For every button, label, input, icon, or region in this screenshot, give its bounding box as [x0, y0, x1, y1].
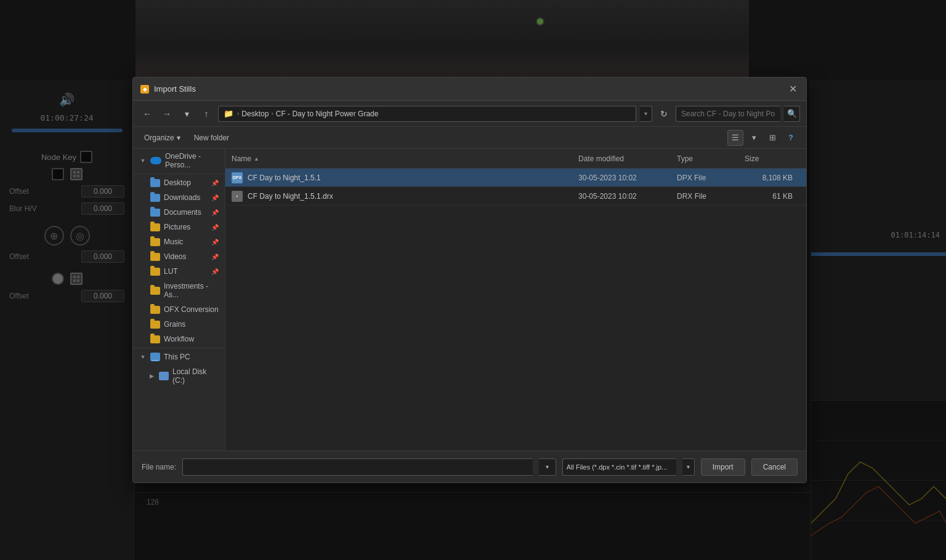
workflow-label: Workflow: [164, 335, 194, 343]
local-disk-label: Local Disk (C:): [172, 367, 219, 385]
dialog-title-icon: ◆: [140, 85, 149, 94]
help-button[interactable]: ?: [783, 130, 799, 146]
header-name[interactable]: Name ▲: [232, 154, 578, 163]
videos-pin-icon: 📌: [211, 254, 219, 260]
nav-forward-button[interactable]: →: [159, 106, 175, 122]
header-size-text: Size: [745, 154, 759, 163]
nav-dropdown-icon: ▾: [185, 109, 189, 119]
sidebar-item-grains[interactable]: Grains: [133, 317, 225, 332]
new-folder-button[interactable]: New folder: [190, 132, 233, 144]
desktop-pin-icon: 📌: [211, 180, 219, 186]
filetype-text: All Files (*.dpx *.cin *.tif *.tiff *.jp…: [567, 463, 668, 471]
header-type[interactable]: Type: [677, 154, 745, 163]
nav-up-icon: ↑: [204, 109, 209, 119]
import-button[interactable]: Import: [701, 458, 745, 476]
search-button[interactable]: 🔍: [784, 106, 800, 122]
sidebar-item-onedrive[interactable]: ▼ OneDrive - Perso...: [133, 149, 225, 172]
sidebar-item-lut[interactable]: LUT 📌: [133, 264, 225, 279]
address-segment-desktop: Desktop: [241, 110, 269, 118]
downloads-label: Downloads: [164, 193, 200, 202]
new-folder-label: New folder: [194, 134, 229, 142]
large-icons-button[interactable]: ⊞: [764, 130, 780, 146]
sidebar-item-local-disk[interactable]: ▶ Local Disk (C:): [133, 364, 225, 388]
file-row-drx[interactable]: ▪ CF Day to Night_1.5.1.drx 30-05-2023 1…: [225, 187, 806, 206]
address-folder-icon: 📁: [224, 109, 233, 118]
investments-folder-icon: [150, 287, 160, 295]
this-pc-expand-icon: ▼: [139, 353, 147, 361]
dialog-filelist: Name ▲ Date modified Type Size: [225, 149, 806, 450]
desktop-folder-icon: [150, 179, 160, 187]
list-view-button[interactable]: ☰: [727, 130, 743, 146]
sidebar-item-ofx[interactable]: OFX Conversion: [133, 302, 225, 317]
file-name-cell-dpx: DPX CF Day to Night_1.5.1: [232, 172, 578, 183]
grains-folder-icon: [150, 321, 160, 329]
pictures-expand-space: [139, 223, 147, 231]
downloads-pin-icon: 📌: [211, 194, 219, 201]
dialog-title-text: Import Stills: [154, 84, 786, 94]
dialog-sidebar: ▼ OneDrive - Perso... Desktop 📌 Down: [133, 149, 225, 450]
address-bar[interactable]: 📁 › Desktop › CF - Day to Night Power Gr…: [218, 106, 636, 122]
file-size-drx: 61 KB: [745, 192, 800, 201]
search-input[interactable]: [676, 106, 780, 122]
dialog-icon-symbol: ◆: [143, 86, 147, 92]
dialog-toolbar: ← → ▾ ↑ 📁 › Desktop › CF - Day to Night …: [133, 101, 806, 127]
filetype-dropdown-button[interactable]: ▾: [682, 458, 695, 476]
nav-back-button[interactable]: ←: [139, 106, 155, 122]
this-pc-icon: [150, 353, 160, 361]
ofx-expand-space: [139, 306, 147, 313]
documents-expand-space: [139, 209, 147, 216]
dialog-close-button[interactable]: ✕: [786, 83, 799, 95]
sidebar-item-music[interactable]: Music 📌: [133, 234, 225, 249]
workflow-folder-icon: [150, 335, 160, 343]
sidebar-item-pictures[interactable]: Pictures 📌: [133, 220, 225, 234]
sidebar-item-desktop[interactable]: Desktop 📌: [133, 175, 225, 190]
file-type-drx: DRX File: [677, 192, 745, 201]
organize-label: Organize: [144, 134, 174, 142]
import-stills-dialog: ◆ Import Stills ✕ ← → ▾ ↑ 📁 › Desktop: [132, 77, 807, 483]
onedrive-label: OneDrive - Perso...: [165, 152, 219, 169]
dialog-bottom-bar: File name: ▾ All Files (*.dpx *.cin *.ti…: [133, 450, 806, 482]
help-icon: ?: [788, 133, 793, 142]
sidebar-item-downloads[interactable]: Downloads 📌: [133, 190, 225, 205]
dialog-content: ▼ OneDrive - Perso... Desktop 📌 Down: [133, 149, 806, 450]
local-disk-expand-icon: ▶: [148, 372, 155, 380]
investments-label: Investments - As...: [164, 282, 219, 299]
address-segment-folder: CF - Day to Night Power Grade: [276, 110, 379, 118]
view-icons: ☰ ▾ ⊞ ?: [727, 130, 799, 146]
videos-label: Videos: [164, 252, 186, 261]
organize-button[interactable]: Organize ▾: [140, 132, 184, 144]
videos-folder-icon: [150, 253, 160, 261]
dropdown-view-button[interactable]: ▾: [746, 130, 762, 146]
file-date-dpx: 30-05-2023 10:02: [578, 174, 677, 182]
header-date-text: Date modified: [578, 154, 624, 163]
header-size[interactable]: Size: [745, 154, 800, 163]
file-header: Name ▲ Date modified Type Size: [225, 149, 806, 169]
sidebar-item-this-pc[interactable]: ▼ This PC: [133, 350, 225, 364]
music-label: Music: [164, 238, 183, 246]
onedrive-expand-icon: ▼: [139, 157, 147, 164]
cancel-button[interactable]: Cancel: [751, 458, 798, 476]
sidebar-item-videos[interactable]: Videos 📌: [133, 249, 225, 264]
file-type-dpx: DPX File: [677, 174, 745, 182]
this-pc-label: This PC: [164, 353, 190, 361]
sidebar-item-workflow[interactable]: Workflow: [133, 332, 225, 346]
sidebar-item-documents[interactable]: Documents 📌: [133, 205, 225, 220]
nav-forward-icon: →: [163, 109, 171, 119]
file-icon-dpx: DPX: [232, 172, 243, 183]
refresh-button[interactable]: ↻: [656, 106, 672, 122]
filename-dropdown-button[interactable]: ▾: [539, 458, 556, 476]
filename-input[interactable]: [182, 458, 533, 476]
lut-pin-icon: 📌: [211, 268, 219, 275]
address-chevron1: ›: [237, 110, 239, 117]
pictures-folder-icon: [150, 223, 160, 231]
file-row-dpx[interactable]: DPX CF Day to Night_1.5.1 30-05-2023 10:…: [225, 169, 806, 187]
music-pin-icon: 📌: [211, 239, 219, 246]
workflow-expand-space: [139, 335, 147, 343]
nav-dropdown-button[interactable]: ▾: [179, 106, 195, 122]
nav-up-button[interactable]: ↑: [198, 106, 214, 122]
header-date[interactable]: Date modified: [578, 154, 677, 163]
file-name-dpx: CF Day to Night_1.5.1: [248, 174, 321, 182]
address-dropdown-button[interactable]: ▾: [640, 106, 652, 122]
documents-folder-icon: [150, 209, 160, 217]
sidebar-item-investments[interactable]: Investments - As...: [133, 279, 225, 302]
